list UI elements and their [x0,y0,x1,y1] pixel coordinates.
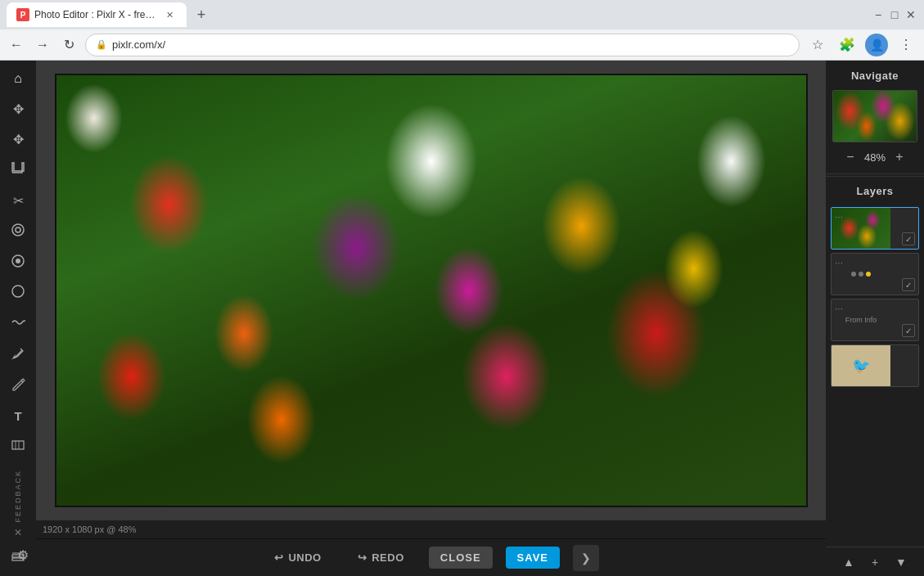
layer-item-2[interactable]: ··· ✓ [831,253,919,295]
browser-chrome: P Photo Editor : Pixlr X - free imag... … [0,0,924,61]
layer-item-1[interactable]: ··· ✓ [831,207,919,250]
layer-3-visibility-check[interactable]: ✓ [902,324,915,337]
pencil-tool-button[interactable] [3,371,33,400]
svg-point-1 [16,227,20,232]
gradient-icon [11,438,25,456]
collapse-panel-button[interactable]: ❯ [573,545,599,571]
window-controls: − □ ✕ [872,8,917,21]
zoom-controls: − 48% + [826,146,924,169]
layers-panel-bottom: ▲ + ▼ [826,547,924,576]
tab-close-button[interactable]: ✕ [162,7,177,22]
layer-2-visibility-check[interactable]: ✓ [902,278,915,291]
filter-tool-button[interactable] [3,248,33,277]
profile-avatar[interactable]: 👤 [865,34,888,56]
home-tool-button[interactable]: ⌂ [3,64,33,93]
canvas-area: 1920 x 1080 px @ 48% [36,61,826,538]
canvas-image-background [56,75,806,506]
wave-icon [11,315,25,333]
text-tool-icon: T [14,409,21,423]
zoom-value: 48% [864,151,886,164]
crop-icon [11,161,25,179]
crop-tool-button[interactable] [3,156,33,186]
layer-4-thumbnail: 🐦 [832,345,890,386]
panel-separator [826,173,924,174]
close-button[interactable]: ✕ [904,8,917,21]
arrange-icon: ✥ [13,101,24,117]
eyedropper-icon [11,346,25,364]
undo-button[interactable]: ↩ UNDO [263,547,333,569]
layer-1-visibility-check[interactable]: ✓ [902,232,915,245]
feedback-close-icon[interactable]: ✕ [14,527,22,538]
close-button[interactable]: CLOSE [429,547,493,569]
forward-button[interactable]: → [33,35,52,55]
layers-header: Layers [826,176,924,205]
address-bar[interactable]: 🔒 pixlr.com/x/ [85,34,800,56]
tab-favicon: P [16,8,29,21]
arrange-tool-button[interactable]: ✥ [3,95,33,124]
svg-point-3 [16,259,20,263]
layer-3-menu-dots[interactable]: ··· [835,303,843,314]
text-tool-button[interactable]: T [3,402,33,431]
dot-1 [851,272,856,277]
navigate-thumbnail-image [833,91,917,142]
url-text: pixlr.com/x/ [112,38,165,51]
feedback-label[interactable]: FEEDBACK [14,465,22,528]
svg-rect-5 [12,441,24,449]
eyedropper-tool-button[interactable] [3,340,33,370]
move-tool-button[interactable]: ✥ [3,125,33,155]
dot-2 [859,272,863,277]
lock-icon: 🔒 [96,39,107,50]
center-area: 1920 x 1080 px @ 48% ↩ UNDO ↪ REDO CLOSE… [36,61,826,576]
browser-menu-button[interactable]: ⋮ [895,34,917,56]
layer-item-4[interactable]: 🐦 ··· [831,344,919,387]
minimize-button[interactable]: − [872,8,885,21]
gradient-tool-button[interactable] [3,432,33,461]
undo-icon: ↩ [274,551,284,564]
filter-icon [11,254,25,272]
refresh-button[interactable]: ↻ [59,35,79,55]
bottom-toolbar: ↩ UNDO ↪ REDO CLOSE SAVE ❯ [36,538,826,576]
back-button[interactable]: ← [7,35,26,55]
cut-tool-button[interactable]: ✂ [3,187,33,216]
zoom-in-button[interactable]: + [892,150,907,164]
wave-tool-button[interactable] [3,309,33,339]
svg-point-0 [12,224,24,236]
tab-title: Photo Editor : Pixlr X - free imag... [34,9,157,20]
extensions-button[interactable]: 🧩 [836,34,859,56]
right-panel: Navigate − 48% + Layers ··· ✓ [826,61,924,576]
redo-button[interactable]: ↪ REDO [346,547,416,569]
left-toolbar: ⌂ ✥ ✥ ✂ [0,61,36,576]
cut-icon: ✂ [13,193,24,209]
brush-tool-button[interactable] [3,279,33,308]
layer-item-3[interactable]: From Info ··· ✓ [831,299,919,341]
save-button[interactable]: SAVE [506,547,560,569]
browser-titlebar: P Photo Editor : Pixlr X - free imag... … [0,0,924,29]
pencil-icon [11,376,25,394]
canvas-image[interactable] [55,74,808,507]
navigate-header: Navigate [826,61,924,90]
navigate-thumbnail[interactable] [832,90,917,142]
bookmark-button[interactable]: ☆ [806,34,829,56]
canvas-dimensions: 1920 x 1080 px @ 48% [43,524,137,534]
adjust-icon [11,223,25,241]
layer-move-up-button[interactable]: ▲ [839,552,859,572]
app-container: ⌂ ✥ ✥ ✂ [0,61,924,576]
new-tab-button[interactable]: + [190,3,213,26]
settings-icon[interactable]: ⚙ [8,540,38,569]
redo-icon: ↪ [358,551,367,564]
layer-1-menu-dots[interactable]: ··· [835,211,843,223]
browser-tab[interactable]: P Photo Editor : Pixlr X - free imag... … [7,2,187,27]
browser-addressbar: ← → ↻ 🔒 pixlr.com/x/ ☆ 🧩 👤 ⋮ [0,29,924,61]
zoom-out-button[interactable]: − [843,150,858,164]
layer-2-menu-dots[interactable]: ··· [835,257,843,268]
move-icon: ✥ [13,132,24,147]
restore-button[interactable]: □ [888,8,901,21]
canvas-status-bar: 1920 x 1080 px @ 48% [36,520,826,538]
layer-move-down-button[interactable]: ▼ [891,552,911,572]
dot-3 [866,272,871,277]
svg-point-4 [12,286,24,297]
layer-add-button[interactable]: + [865,552,885,572]
adjust-tool-button[interactable] [3,218,33,247]
brush-circle-icon [11,284,25,302]
settings-button[interactable]: ⚙ [8,540,38,569]
